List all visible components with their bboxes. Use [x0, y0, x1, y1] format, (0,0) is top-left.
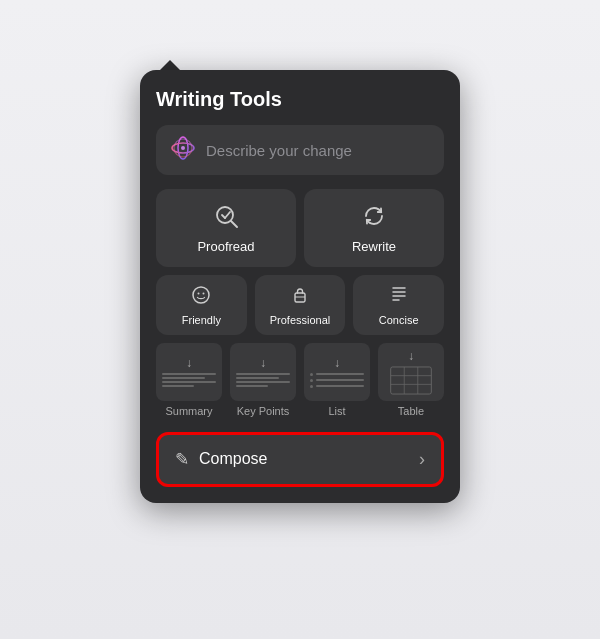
svg-line-23 [225, 212, 230, 218]
panel-body: Writing Tools [140, 70, 460, 503]
panel-title: Writing Tools [156, 88, 444, 111]
describe-placeholder: Describe your change [206, 142, 352, 159]
compose-left: ✎ Compose [175, 449, 267, 470]
svg-rect-33 [391, 367, 432, 394]
format-thumb-row: ↓ Summary ↓ [156, 343, 444, 418]
key-points-arrow-icon: ↓ [260, 356, 266, 370]
rewrite-icon [361, 203, 387, 233]
proofread-button[interactable]: Proofread [156, 189, 296, 267]
table-format-button[interactable]: ↓ Table [378, 343, 444, 418]
proofread-icon [213, 203, 239, 233]
svg-point-25 [198, 292, 200, 294]
concise-icon [389, 285, 409, 308]
compose-chevron-icon: › [419, 449, 425, 470]
professional-button[interactable]: Professional [255, 275, 346, 335]
compose-label: Compose [199, 450, 267, 468]
table-preview-icon [389, 366, 433, 395]
writing-tools-panel: Writing Tools [140, 60, 460, 503]
table-arrow-icon: ↓ [408, 349, 414, 363]
key-points-label: Key Points [237, 405, 290, 418]
concise-button[interactable]: Concise [353, 275, 444, 335]
friendly-label: Friendly [182, 314, 221, 327]
describe-change-input[interactable]: Describe your change [156, 125, 444, 175]
key-points-card: ↓ [230, 343, 296, 401]
svg-point-26 [203, 292, 205, 294]
compose-pencil-icon: ✎ [175, 449, 189, 470]
professional-label: Professional [270, 314, 331, 327]
proofread-label: Proofread [197, 239, 254, 255]
summary-arrow-icon: ↓ [186, 356, 192, 370]
svg-point-19 [181, 146, 185, 150]
table-label: Table [398, 405, 424, 418]
summary-button[interactable]: ↓ Summary [156, 343, 222, 418]
list-button[interactable]: ↓ List [304, 343, 370, 418]
rewrite-label: Rewrite [352, 239, 396, 255]
compose-button[interactable]: ✎ Compose › [156, 432, 444, 487]
rewrite-button[interactable]: Rewrite [304, 189, 444, 267]
list-label: List [328, 405, 345, 418]
list-card: ↓ [304, 343, 370, 401]
professional-icon [290, 285, 310, 308]
key-points-button[interactable]: ↓ Key Points [230, 343, 296, 418]
panel-arrow [160, 60, 180, 70]
summary-card: ↓ [156, 343, 222, 401]
friendly-icon [191, 285, 211, 308]
friendly-button[interactable]: Friendly [156, 275, 247, 335]
svg-point-24 [193, 287, 209, 303]
proofread-rewrite-row: Proofread Rewrite [156, 189, 444, 267]
summary-label: Summary [165, 405, 212, 418]
concise-label: Concise [379, 314, 419, 327]
svg-line-21 [231, 221, 237, 227]
list-arrow-icon: ↓ [334, 356, 340, 370]
ai-atom-icon [170, 135, 196, 165]
tone-row: Friendly Professional [156, 275, 444, 335]
table-card: ↓ [378, 343, 444, 401]
